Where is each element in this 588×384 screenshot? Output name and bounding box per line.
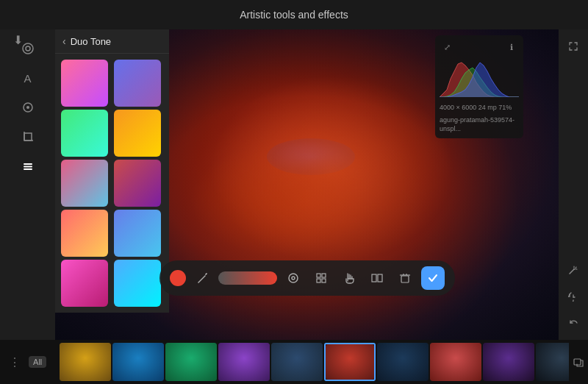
back-button[interactable]: ‹ [62, 35, 66, 47]
magic-wand-icon[interactable] [562, 259, 584, 281]
svg-rect-15 [322, 279, 326, 282]
duo-tone-swatch-2[interactable] [114, 60, 161, 107]
duo-tone-title: Duo Tone [71, 36, 111, 47]
svg-rect-12 [317, 274, 320, 277]
histogram-expand-button[interactable]: ⤢ [440, 40, 454, 54]
film-thumb-9[interactable] [483, 343, 534, 381]
film-thumb-8[interactable] [430, 343, 481, 381]
duo-tone-panel: ‹ Duo Tone [55, 29, 169, 313]
film-all-button[interactable]: All [29, 356, 46, 368]
retouch-icon[interactable] [15, 94, 41, 121]
svg-point-0 [23, 43, 33, 54]
histogram-panel: ⤢ ℹ 4000 × 6000 24 mp 71% agung-pratamah… [435, 35, 523, 138]
brush-tool-button[interactable] [190, 266, 214, 290]
download-button[interactable]: ⬇ [13, 33, 23, 47]
expand-icon[interactable] [562, 35, 584, 57]
duo-tone-swatch-1[interactable] [61, 60, 108, 107]
svg-point-11 [292, 277, 295, 280]
main-area: A ‹ Duo Tone [0, 29, 588, 340]
svg-point-10 [289, 274, 298, 282]
svg-rect-9 [24, 168, 32, 170]
right-panel [559, 29, 588, 340]
film-strip: ⋮ All [0, 340, 588, 384]
svg-rect-4 [24, 133, 32, 141]
crop-icon[interactable] [15, 124, 41, 150]
svg-point-1 [26, 46, 30, 51]
color-picker-dot[interactable] [170, 270, 186, 286]
duo-tone-header: ‹ Duo Tone [55, 29, 169, 54]
histogram-filename: agung-pratamah-539574-unspl... [440, 115, 519, 134]
film-thumb-1[interactable] [60, 343, 111, 381]
page-title: Artistic tools and effects [240, 9, 348, 21]
svg-rect-18 [401, 276, 409, 282]
svg-rect-17 [378, 274, 382, 282]
film-thumb-5[interactable] [271, 343, 323, 381]
duo-tone-swatch-9[interactable] [61, 260, 108, 307]
svg-rect-7 [24, 163, 32, 165]
undo-icon[interactable] [562, 312, 584, 334]
film-thumb-2[interactable] [112, 343, 164, 381]
delete-tool-button[interactable] [393, 266, 417, 290]
film-thumb-4[interactable] [218, 343, 270, 381]
duo-tone-swatch-10[interactable] [114, 260, 161, 307]
bottom-toolbar [159, 260, 455, 296]
circle-tool-button[interactable] [282, 266, 305, 290]
duo-tone-swatch-8[interactable] [114, 210, 161, 257]
hand-tool-button[interactable] [337, 266, 361, 290]
histogram-meta: 4000 × 6000 24 mp 71% [440, 103, 519, 113]
svg-point-3 [26, 106, 29, 109]
film-thumb-6[interactable] [324, 343, 376, 381]
histogram-info-button[interactable]: ℹ [504, 40, 519, 54]
film-thumb-3[interactable] [165, 343, 217, 381]
duo-tone-swatch-5[interactable] [61, 160, 108, 207]
film-menu-button[interactable]: ⋮ [9, 355, 21, 369]
history-icon[interactable] [562, 285, 584, 307]
compare-tool-button[interactable] [365, 266, 389, 290]
confirm-button[interactable] [421, 266, 445, 290]
title-bar: Artistic tools and effects [0, 0, 588, 29]
duo-tone-swatch-3[interactable] [61, 110, 108, 157]
histogram-chart [440, 57, 519, 97]
layers-icon[interactable] [15, 153, 41, 179]
svg-rect-14 [317, 279, 320, 282]
opacity-slider[interactable] [218, 271, 277, 285]
grid-tool-button[interactable] [309, 266, 333, 290]
svg-point-22 [573, 269, 575, 270]
text-icon[interactable]: A [15, 65, 41, 91]
film-thumb-7[interactable] [377, 343, 429, 381]
left-sidebar: A [0, 29, 55, 340]
film-expand-button[interactable] [569, 340, 588, 384]
svg-rect-8 [24, 166, 32, 168]
svg-rect-13 [322, 274, 326, 277]
duo-tone-grid [55, 54, 169, 313]
duo-tone-swatch-4[interactable] [114, 110, 161, 157]
duo-tone-swatch-6[interactable] [114, 160, 161, 207]
film-left-controls: ⋮ All [0, 340, 55, 384]
svg-rect-16 [372, 274, 376, 282]
svg-line-24 [576, 267, 576, 269]
duo-tone-swatch-7[interactable] [61, 210, 108, 257]
